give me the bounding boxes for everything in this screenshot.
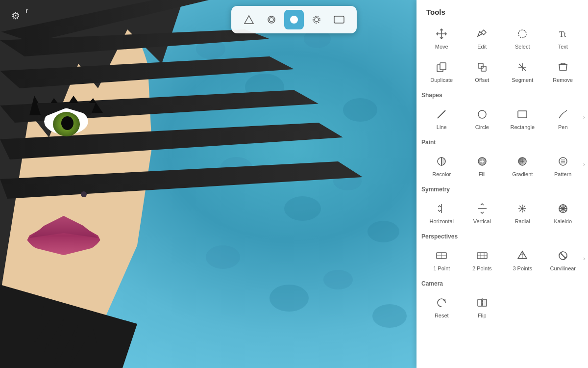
flip-label: Flip [478, 313, 487, 318]
text-label: Text [558, 44, 568, 50]
3points-label: 3 Points [513, 265, 532, 271]
app-logo: r [25, 7, 28, 15]
rectangle-shape-icon [514, 106, 530, 122]
1point-tool[interactable]: 1 Point [421, 242, 462, 275]
line-label: Line [437, 124, 447, 130]
svg-line-31 [520, 206, 521, 207]
svg-point-26 [521, 208, 523, 210]
flip-icon [474, 295, 490, 311]
select-icon [514, 26, 530, 42]
select-label: Select [515, 44, 530, 50]
move-tool[interactable]: Move [421, 20, 462, 53]
svg-rect-49 [483, 299, 487, 306]
svg-line-34 [520, 210, 521, 211]
symmetry-section: Horizontal Vertical Radial Kaleido [416, 195, 588, 228]
gear-icon: ⚙ [11, 10, 20, 22]
recolor-tool[interactable]: Recolor [421, 148, 462, 181]
paint-expand-arrow[interactable]: › [583, 161, 585, 168]
tools-section: Move Edit Select Tt Text [416, 20, 588, 87]
perspectives-expand-arrow[interactable]: › [583, 255, 585, 262]
horizontal-label: Horizontal [429, 218, 454, 224]
3points-icon [514, 248, 530, 263]
line-tool[interactable]: Line [421, 101, 462, 134]
reset-tool[interactable]: Reset [421, 289, 462, 322]
1point-icon [434, 248, 449, 263]
curvilinear-tool[interactable]: Curvilinear [543, 242, 584, 275]
rectangle-shape-label: Rectangle [510, 124, 535, 130]
svg-line-32 [524, 210, 525, 211]
symmetry-label: Symmetry [416, 181, 588, 195]
pattern-tool[interactable]: Pattern [543, 148, 584, 181]
text-icon: Tt [555, 26, 571, 42]
svg-rect-20 [518, 111, 527, 118]
svg-point-1 [268, 16, 275, 23]
radial-tool[interactable]: Radial [502, 195, 543, 228]
offset-tool[interactable]: Offset [462, 53, 503, 87]
offset-label: Offset [475, 77, 489, 83]
line-icon [434, 106, 449, 122]
edit-icon [474, 26, 490, 42]
triangle-tool-btn[interactable] [239, 10, 259, 29]
text-tool[interactable]: Tt Text [543, 20, 584, 53]
gear-tool-btn[interactable] [307, 10, 326, 29]
vertical-tool[interactable]: Vertical [462, 195, 503, 228]
offset-icon [474, 59, 490, 75]
circle-tool-btn[interactable] [284, 10, 304, 29]
svg-marker-0 [245, 16, 253, 24]
2points-tool[interactable]: 2 Points [462, 242, 503, 275]
duplicate-label: Duplicate [430, 77, 453, 83]
svg-rect-48 [478, 299, 482, 306]
ring-tool-btn[interactable] [262, 10, 281, 29]
gradient-tool[interactable]: Gradient [502, 148, 543, 181]
circle-shape-icon [474, 106, 490, 122]
pen-tool[interactable]: Pen [543, 101, 584, 134]
2points-label: 2 Points [472, 265, 492, 271]
horizontal-tool[interactable]: Horizontal [421, 195, 462, 228]
svg-point-19 [478, 110, 486, 118]
kaleido-label: Kaleido [554, 218, 572, 224]
fill-tool[interactable]: Fill [462, 148, 503, 181]
select-tool[interactable]: Select [502, 20, 543, 53]
pattern-label: Pattern [554, 171, 571, 177]
radial-label: Radial [515, 218, 530, 224]
flip-tool[interactable]: Flip [462, 289, 503, 322]
curvilinear-label: Curvilinear [550, 265, 576, 271]
svg-point-4 [315, 18, 318, 22]
kaleido-tool[interactable]: Kaleido [543, 195, 584, 228]
remove-tool[interactable]: Remove [543, 53, 584, 87]
move-label: Move [435, 44, 448, 50]
perspectives-section: 1 Point 2 Points 3 Points Curvilinear [416, 242, 588, 275]
canvas-area[interactable] [0, 0, 416, 368]
perspectives-label: Perspectives [416, 228, 588, 242]
curvilinear-icon [555, 248, 571, 263]
svg-point-9 [518, 30, 526, 38]
svg-point-3 [290, 16, 298, 24]
svg-point-5 [313, 16, 320, 23]
segment-tool[interactable]: Segment [502, 53, 543, 87]
shapes-section: Line Circle Rectangle Pen › [416, 101, 588, 134]
svg-line-18 [438, 110, 445, 118]
remove-icon [555, 59, 571, 75]
fill-icon [474, 154, 490, 169]
svg-text:Tt: Tt [559, 30, 566, 38]
svg-rect-14 [481, 66, 486, 71]
edit-label: Edit [477, 44, 487, 50]
circle-shape-tool[interactable]: Circle [462, 101, 503, 134]
rectangle-tool-btn[interactable] [329, 10, 349, 29]
rectangle-shape-tool[interactable]: Rectangle [502, 101, 543, 134]
edit-tool[interactable]: Edit [462, 20, 503, 53]
settings-button[interactable]: ⚙ [7, 7, 24, 25]
svg-rect-6 [334, 16, 344, 23]
duplicate-tool[interactable]: Duplicate [421, 53, 462, 87]
horizontal-icon [434, 201, 449, 216]
shapes-expand-arrow[interactable]: › [583, 114, 585, 121]
shapes-label: Shapes [416, 87, 588, 101]
remove-label: Remove [553, 77, 573, 83]
kaleido-icon [555, 201, 571, 216]
recolor-label: Recolor [432, 171, 451, 177]
paint-label: Paint [416, 134, 588, 148]
camera-label: Camera [416, 275, 588, 289]
3points-tool[interactable]: 3 Points [502, 242, 543, 275]
pen-label: Pen [558, 124, 568, 130]
move-icon [434, 26, 449, 42]
